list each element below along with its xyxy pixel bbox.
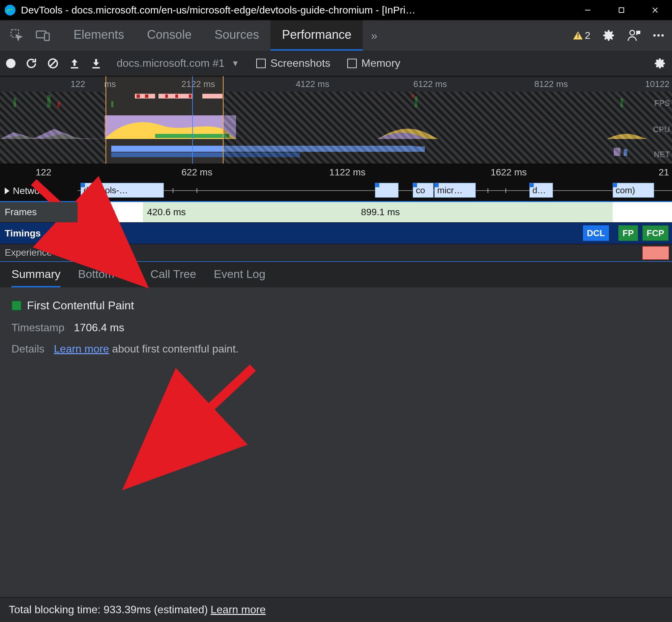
- timings-row[interactable]: Timings DCLFPFCP: [0, 223, 672, 244]
- screenshots-checkbox[interactable]: Screenshots: [256, 57, 330, 69]
- detail-tick: 1122 ms: [329, 167, 366, 178]
- experience-row[interactable]: Experience: [0, 244, 672, 261]
- clear-button[interactable]: [47, 58, 59, 69]
- window-title: DevTools - docs.microsoft.com/en-us/micr…: [21, 4, 571, 16]
- edge-app-icon: [4, 4, 16, 16]
- performance-toolbar: docs.microsoft.com #1 ▼ Screenshots Memo…: [0, 51, 672, 76]
- blocking-time-text: Total blocking time: 933.39ms (estimated…: [9, 603, 208, 616]
- more-tabs-button[interactable]: »: [363, 29, 385, 42]
- settings-gear-icon[interactable]: [602, 29, 615, 42]
- timing-marker-fcp[interactable]: FCP: [642, 225, 669, 241]
- overview-tick: 122: [70, 79, 85, 89]
- overview-cursor: [192, 76, 193, 164]
- timings-row-label: Timings: [5, 228, 41, 239]
- tab-bottom-up[interactable]: Bottom-Up: [78, 262, 133, 287]
- overview-dim-right: [224, 92, 672, 164]
- reload-button[interactable]: [26, 58, 37, 69]
- svg-point-9: [653, 34, 656, 37]
- network-request-block[interactable]: co: [413, 183, 434, 198]
- load-profile-icon[interactable]: [69, 58, 80, 69]
- tab-summary[interactable]: Summary: [11, 262, 60, 287]
- window-close-button[interactable]: [638, 0, 672, 20]
- learn-more-link[interactable]: Learn more: [54, 343, 109, 355]
- inspect-element-icon[interactable]: [9, 28, 24, 43]
- network-request-block[interactable]: d…: [529, 183, 553, 198]
- svg-point-8: [630, 30, 635, 35]
- tab-console[interactable]: Console: [136, 20, 203, 51]
- detail-tick: 21: [659, 167, 669, 178]
- window-minimize-button[interactable]: [571, 0, 605, 20]
- frame-segment[interactable]: 420.6 ms: [143, 202, 357, 222]
- timestamp-label: Timestamp: [11, 321, 64, 334]
- tab-elements[interactable]: Elements: [62, 20, 136, 51]
- experience-block[interactable]: [642, 246, 669, 260]
- frame-segment[interactable]: 899.1 ms: [357, 202, 613, 222]
- svg-rect-7: [45, 33, 49, 40]
- dropdown-arrow-icon: ▼: [231, 59, 239, 68]
- feedback-icon[interactable]: [627, 29, 640, 42]
- overview-tick: 10122: [645, 79, 669, 89]
- network-request-block[interactable]: [375, 183, 399, 198]
- device-emulation-icon[interactable]: [36, 28, 51, 43]
- window-maximize-button[interactable]: [605, 0, 638, 20]
- frame-segment[interactable]: [613, 202, 672, 222]
- record-button[interactable]: [6, 59, 16, 68]
- frame-segment[interactable]: 57.0 ms: [78, 202, 143, 222]
- network-request-block[interactable]: com): [613, 183, 654, 198]
- tab-performance[interactable]: Performance: [270, 20, 363, 51]
- detail-ruler[interactable]: 122622 ms1122 ms1622 ms21: [0, 164, 672, 181]
- frames-row[interactable]: Frames 57.0 ms420.6 ms899.1 ms: [0, 201, 672, 223]
- footer-learn-more-link[interactable]: Learn more: [210, 603, 266, 616]
- expand-triangle-icon[interactable]: [5, 188, 9, 194]
- frames-row-label: Frames: [5, 207, 37, 218]
- details-label: Details: [11, 343, 45, 355]
- details-rest: about first contentful paint.: [109, 343, 238, 355]
- svg-point-10: [658, 34, 660, 37]
- svg-rect-15: [92, 67, 100, 68]
- blocking-time-footer: Total blocking time: 933.39ms (estimated…: [0, 597, 672, 622]
- svg-line-13: [50, 60, 56, 67]
- svg-rect-14: [71, 67, 78, 68]
- tab-event-log[interactable]: Event Log: [214, 262, 265, 287]
- recording-selector[interactable]: docs.microsoft.com #1 ▼: [117, 57, 239, 69]
- warnings-badge[interactable]: 2: [573, 30, 590, 41]
- save-profile-icon[interactable]: [90, 58, 102, 69]
- window-titlebar: DevTools - docs.microsoft.com/en-us/micr…: [0, 0, 672, 20]
- network-request-block[interactable]: devtools-…: [81, 183, 164, 198]
- network-request-block[interactable]: micr…: [434, 183, 476, 198]
- overview-timeline[interactable]: 122ms2122 ms4122 ms6122 ms8122 ms10122 F…: [0, 76, 672, 164]
- experience-row-label: Experience: [5, 247, 52, 258]
- summary-panel: First Contentful Paint Timestamp 1706.4 …: [0, 287, 672, 597]
- more-menu-icon[interactable]: [652, 29, 665, 42]
- svg-rect-2: [619, 8, 624, 12]
- entry-title: First Contentful Paint: [27, 299, 134, 312]
- overview-dim-left: [0, 92, 106, 164]
- timestamp-value: 1706.4 ms: [74, 321, 124, 334]
- devtools-tabstrip: Elements Console Sources Performance » 2: [0, 20, 672, 51]
- overview-tick: 4122 ms: [296, 79, 329, 89]
- capture-settings-gear-icon[interactable]: [654, 58, 666, 69]
- detail-tick: 122: [36, 167, 52, 178]
- overview-selection[interactable]: [106, 76, 224, 164]
- timing-marker-dcl[interactable]: DCL: [583, 225, 609, 241]
- overview-tick: 6122 ms: [413, 79, 447, 89]
- overview-tick: 8122 ms: [534, 79, 568, 89]
- summary-tabstrip: Summary Bottom-Up Call Tree Event Log: [0, 261, 672, 287]
- detail-tick: 1622 ms: [491, 167, 527, 178]
- fcp-color-swatch: [11, 301, 22, 311]
- network-row-label: Network: [13, 186, 48, 196]
- detail-tick: 622 ms: [181, 167, 212, 178]
- network-row[interactable]: Network devtools-…comicr…d…com): [0, 181, 672, 201]
- timing-marker-fp[interactable]: FP: [618, 225, 638, 241]
- tab-sources[interactable]: Sources: [203, 20, 270, 51]
- memory-checkbox[interactable]: Memory: [347, 57, 401, 69]
- tab-call-tree[interactable]: Call Tree: [150, 262, 196, 287]
- svg-point-11: [662, 34, 664, 37]
